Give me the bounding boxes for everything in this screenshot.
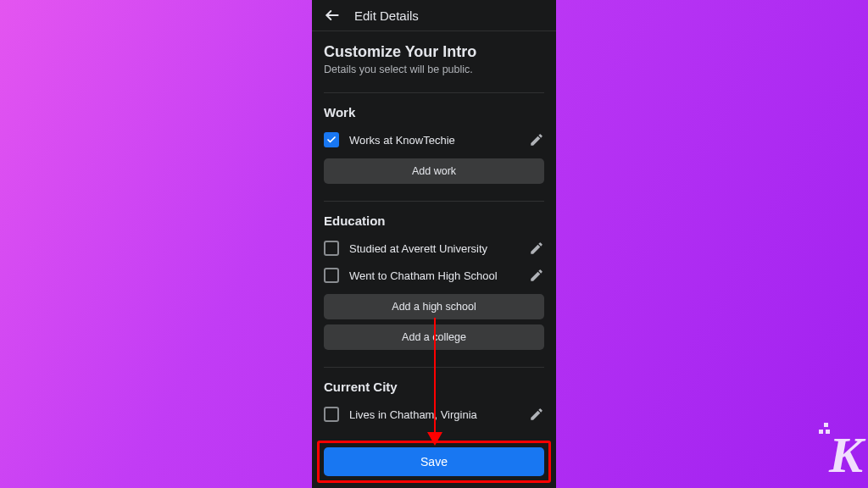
add-work-button[interactable]: Add work xyxy=(324,158,544,184)
work-row[interactable]: Works at KnowTechie xyxy=(324,126,544,153)
annotation-arrow-shaft xyxy=(434,318,436,436)
checkbox-icon[interactable] xyxy=(324,241,339,256)
education-row-1[interactable]: Studied at Averett University xyxy=(324,235,544,262)
checkbox-icon[interactable] xyxy=(324,132,339,147)
save-highlight-box: Save xyxy=(317,441,551,483)
section-work: Work Works at KnowTechie Add work xyxy=(324,92,544,194)
save-button[interactable]: Save xyxy=(324,447,544,476)
checkbox-icon[interactable] xyxy=(324,268,339,283)
pencil-icon[interactable] xyxy=(529,268,544,283)
annotation-arrow-head xyxy=(427,432,442,446)
education-title: Education xyxy=(324,214,544,228)
work-item-label: Works at KnowTechie xyxy=(349,134,519,147)
pencil-icon[interactable] xyxy=(529,241,544,256)
education-row-2[interactable]: Went to Chatham High School xyxy=(324,262,544,289)
watermark-dots-icon xyxy=(815,423,832,440)
watermark-logo: K xyxy=(829,426,861,485)
education-item1-label: Studied at Averett University xyxy=(349,242,519,255)
intro-heading: Customize Your Intro xyxy=(324,43,544,61)
back-arrow-icon[interactable] xyxy=(324,7,341,24)
pencil-icon[interactable] xyxy=(529,132,544,147)
add-high-school-button[interactable]: Add a high school xyxy=(324,294,544,319)
education-item2-label: Went to Chatham High School xyxy=(349,269,519,282)
pencil-icon[interactable] xyxy=(529,407,544,422)
intro-sub: Details you select will be public. xyxy=(324,64,544,75)
topbar: Edit Details xyxy=(312,0,556,31)
work-title: Work xyxy=(324,105,544,119)
intro-block: Customize Your Intro Details you select … xyxy=(324,31,544,86)
topbar-title: Edit Details xyxy=(354,8,419,23)
checkbox-icon[interactable] xyxy=(324,407,339,422)
watermark-letter: K xyxy=(829,427,861,483)
